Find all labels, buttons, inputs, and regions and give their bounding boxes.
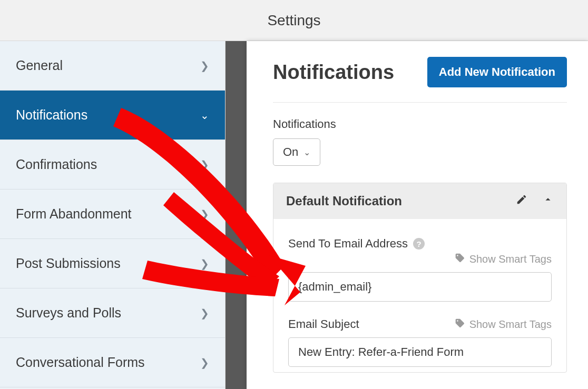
chevron-right-icon: ❯	[200, 208, 209, 221]
send-to-row: Send To Email Address ?	[288, 237, 552, 251]
card-title: Default Notification	[286, 194, 402, 208]
show-smart-tags-link[interactable]: Show Smart Tags	[455, 318, 552, 331]
page-title: Settings	[267, 12, 320, 29]
sidebar-item-surveys-polls[interactable]: Surveys and Polls ❯	[0, 288, 225, 338]
content-wrap: Notifications Add New Notification Notif…	[247, 41, 588, 389]
sidebar-item-conversational-forms[interactable]: Conversational Forms ❯	[0, 338, 225, 387]
card-header[interactable]: Default Notification	[273, 183, 566, 219]
sidebar-item-general[interactable]: General ❯	[0, 41, 225, 91]
select-value: On	[283, 145, 298, 159]
edit-icon[interactable]	[516, 194, 527, 208]
default-notification-card: Default Notification Send To Email Addr	[273, 183, 567, 373]
card-body: Send To Email Address ? Show Smart Tags	[273, 219, 566, 372]
chevron-right-icon: ❯	[200, 158, 209, 171]
show-smart-tags-link[interactable]: Show Smart Tags	[455, 253, 552, 266]
sidebar-item-label: Conversational Forms	[16, 355, 145, 370]
sidebar-item-label: Confirmations	[16, 157, 97, 172]
sidebar-item-label: Surveys and Polls	[16, 305, 121, 321]
add-new-notification-button[interactable]: Add New Notification	[427, 57, 567, 87]
sidebar-item-label: Notifications	[16, 107, 87, 123]
card-actions	[516, 194, 554, 208]
layout: General ❯ Notifications ⌄ Confirmations …	[0, 41, 588, 389]
chevron-down-icon: ⌄	[200, 109, 209, 122]
chevron-right-icon: ❯	[200, 59, 209, 72]
subject-row: Email Subject Show Smart Tags	[288, 317, 552, 331]
sidebar-item-label: Form Abandonment	[16, 206, 132, 222]
sidebar-item-label: General	[16, 58, 63, 73]
sidebar-item-confirmations[interactable]: Confirmations ❯	[0, 140, 225, 189]
collapse-icon[interactable]	[542, 194, 554, 208]
sidebar-item-label: Post Submissions	[16, 256, 121, 271]
smart-tags-label: Show Smart Tags	[469, 253, 552, 265]
panel-header: Notifications Add New Notification	[273, 57, 567, 103]
chevron-down-icon: ⌄	[303, 147, 310, 157]
tag-icon	[455, 318, 465, 331]
gutter	[226, 41, 247, 389]
email-subject-input[interactable]	[288, 337, 552, 367]
notifications-toggle-label: Notifications	[273, 117, 567, 131]
sidebar-item-post-submissions[interactable]: Post Submissions ❯	[0, 239, 225, 288]
notifications-panel: Notifications Add New Notification Notif…	[247, 41, 588, 389]
tag-icon	[455, 253, 465, 266]
smart-tags-label: Show Smart Tags	[469, 318, 552, 331]
chevron-right-icon: ❯	[200, 356, 209, 369]
chevron-right-icon: ❯	[200, 307, 209, 320]
chevron-right-icon: ❯	[200, 257, 209, 270]
help-icon[interactable]: ?	[413, 238, 425, 250]
email-subject-label: Email Subject	[288, 317, 359, 331]
settings-sidebar: General ❯ Notifications ⌄ Confirmations …	[0, 41, 226, 389]
notifications-toggle-select[interactable]: On ⌄	[273, 138, 320, 166]
send-to-label: Send To Email Address	[288, 237, 408, 251]
sidebar-item-form-abandonment[interactable]: Form Abandonment ❯	[0, 189, 225, 239]
send-to-email-input[interactable]	[288, 272, 552, 302]
sidebar-item-notifications[interactable]: Notifications ⌄	[0, 91, 225, 140]
panel-title: Notifications	[273, 61, 394, 84]
top-bar: Settings	[0, 0, 588, 41]
